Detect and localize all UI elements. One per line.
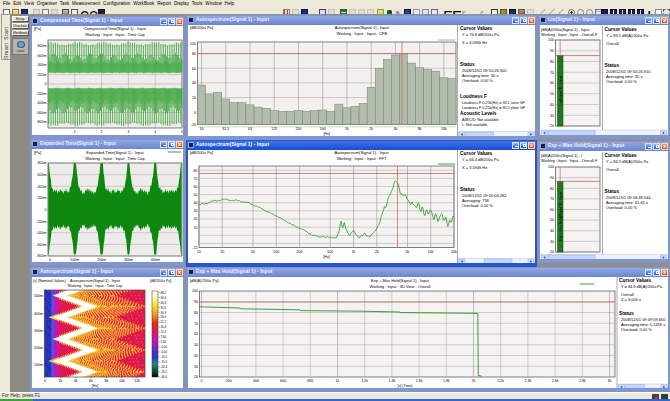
- svg-text:80: 80: [194, 169, 198, 173]
- svg-text:3: 3: [127, 130, 129, 134]
- svg-text:70: 70: [550, 197, 554, 201]
- svg-text:60: 60: [194, 332, 198, 336]
- svg-text:4k: 4k: [74, 379, 78, 383]
- svg-text:2.8k: 2.8k: [579, 379, 586, 383]
- svg-text:600: 600: [280, 379, 286, 383]
- svg-text:90: 90: [550, 176, 554, 180]
- svg-text:1k: 1k: [336, 379, 340, 383]
- svg-text:-6.00: -6.00: [161, 350, 168, 354]
- svg-text:Overload: 0.00 %: Overload: 0.00 %: [606, 79, 637, 84]
- svg-text:100m: 100m: [34, 363, 43, 367]
- svg-text:100: 100: [548, 165, 554, 169]
- svg-text:-20: -20: [191, 123, 196, 127]
- svg-text:[dB/200u Pa]: [dB/200u Pa]: [150, 279, 171, 283]
- svg-text:2k: 2k: [375, 250, 379, 254]
- svg-text:2.6k: 2.6k: [552, 379, 559, 383]
- svg-text:12.4: 12.4: [161, 330, 167, 334]
- svg-text:44.4: 44.4: [161, 296, 167, 300]
- svg-text:Loudness F 0.25k(Hz) = 90.5 ph: Loudness F 0.25k(Hz) = 90.5 phon GF: [462, 106, 526, 110]
- svg-text:Overload: 0.00 %: Overload: 0.00 %: [606, 205, 637, 210]
- svg-text:5k: 5k: [406, 250, 410, 254]
- svg-text:[dB(A)/200u(Signal 1) - Input: [dB(A)/200u(Signal 1) - Input: [541, 28, 590, 32]
- svg-text:Working : Input : Input --Over: Working : Input : Input --Overall-F: [541, 33, 598, 37]
- svg-text:26.0: 26.0: [161, 315, 167, 319]
- svg-text:Overload: 0.00 %: Overload: 0.00 %: [462, 78, 493, 83]
- svg-text:500: 500: [320, 127, 326, 131]
- svg-text:4: 4: [154, 130, 156, 134]
- svg-text:1.8k: 1.8k: [443, 379, 450, 383]
- svg-text:[dB(A)/200u(Signal 1) - I: [dB(A)/200u(Signal 1) - I: [541, 154, 582, 158]
- svg-text:80: 80: [550, 60, 554, 64]
- svg-text:Status: Status: [619, 311, 634, 316]
- svg-text:1.6k: 1.6k: [416, 379, 423, 383]
- svg-text:400m: 400m: [38, 185, 47, 189]
- svg-text:48.2: 48.2: [161, 291, 167, 295]
- svg-text:20: 20: [194, 217, 198, 221]
- svg-text:0: 0: [49, 258, 51, 262]
- svg-text:20k: 20k: [451, 250, 457, 254]
- svg-text:-400m: -400m: [36, 231, 46, 235]
- svg-text:60: 60: [550, 208, 554, 212]
- svg-text:200m: 200m: [38, 196, 47, 200]
- svg-text:[dB/200u Pa]: [dB/200u Pa]: [190, 25, 213, 30]
- svg-text:3k: 3k: [608, 379, 612, 383]
- svg-text:Acoustic Levels: Acoustic Levels: [460, 111, 497, 116]
- svg-text:-10.0: -10.0: [161, 355, 168, 359]
- svg-text:100: 100: [273, 250, 279, 254]
- svg-text:0: 0: [44, 379, 46, 383]
- svg-text:Y = 84.9 dB(A)/200u Pa: Y = 84.9 dB(A)/200u Pa: [621, 284, 663, 289]
- svg-text:-15.0: -15.0: [161, 360, 168, 364]
- svg-text:X = 4.096k Hz: X = 4.096k Hz: [462, 40, 487, 45]
- svg-text:200: 200: [297, 250, 303, 254]
- svg-text:40: 40: [194, 201, 198, 205]
- svg-text:80: 80: [194, 311, 198, 315]
- svg-text:125: 125: [271, 127, 277, 131]
- svg-text:40: 40: [194, 354, 198, 358]
- svg-text:400m: 400m: [34, 312, 43, 316]
- svg-text:2.2k: 2.2k: [497, 379, 504, 383]
- svg-text:-600m: -600m: [36, 111, 46, 115]
- svg-text:200: 200: [226, 379, 232, 383]
- svg-text:100: 100: [192, 289, 198, 293]
- svg-text:63: 63: [248, 127, 252, 131]
- svg-text:30.3: 30.3: [161, 311, 167, 315]
- svg-text:40.4: 40.4: [161, 301, 167, 305]
- svg-text:Compressed Time(Signal 1) - In: Compressed Time(Signal 1) - Input: [84, 26, 147, 31]
- svg-text:Y = 83.5 dB(A)/200u Pa: Y = 83.5 dB(A)/200u Pa: [606, 33, 649, 38]
- svg-text:35.6: 35.6: [161, 306, 167, 310]
- svg-text:[dB/200u Pa]: [dB/200u Pa]: [190, 150, 213, 155]
- svg-text:400m: 400m: [151, 258, 160, 262]
- svg-text:100m: 100m: [70, 258, 79, 262]
- svg-text:80: 80: [192, 52, 196, 56]
- svg-text:40: 40: [192, 81, 196, 85]
- svg-text:16k: 16k: [441, 127, 447, 131]
- svg-text:16.4: 16.4: [161, 325, 167, 329]
- svg-text:8k: 8k: [105, 379, 109, 383]
- svg-text:8k: 8k: [418, 127, 422, 131]
- svg-text:300m: 300m: [124, 258, 133, 262]
- svg-text:2k: 2k: [59, 379, 63, 383]
- svg-text:1.4k: 1.4k: [389, 379, 396, 383]
- svg-text:60: 60: [192, 67, 196, 71]
- svg-text:70: 70: [194, 177, 198, 181]
- svg-text:Overload: 0.00 %: Overload: 0.00 %: [621, 327, 652, 332]
- svg-text:Cursor Values: Cursor Values: [605, 153, 638, 158]
- svg-text:7.60: 7.60: [161, 335, 167, 339]
- svg-text:70: 70: [194, 322, 198, 326]
- svg-text:200m: 200m: [38, 73, 47, 77]
- svg-text:Cursor Values: Cursor Values: [460, 151, 493, 156]
- svg-text:10: 10: [194, 226, 198, 230]
- svg-text:6k: 6k: [89, 379, 93, 383]
- svg-text:100: 100: [190, 42, 196, 46]
- svg-text:30: 30: [194, 209, 198, 213]
- svg-text:[Pa]: [Pa]: [34, 26, 41, 31]
- svg-text:50: 50: [194, 343, 198, 347]
- svg-text:Autospectrum(Signal 1) - Input: Autospectrum(Signal 1) - Input: [335, 25, 390, 30]
- svg-text:[Hz]: [Hz]: [323, 255, 329, 259]
- svg-text:10k: 10k: [428, 250, 434, 254]
- svg-text:Cursor Values: Cursor Values: [605, 27, 638, 32]
- svg-text:Working : Input : Input --Over: Working : Input : Input --Overall-F: [541, 159, 598, 163]
- svg-text:-20.4: -20.4: [161, 365, 168, 369]
- svg-text:600m: 600m: [38, 54, 47, 58]
- svg-text:Working : Input : Input : CPB: Working : Input : Input : CPB: [336, 31, 387, 36]
